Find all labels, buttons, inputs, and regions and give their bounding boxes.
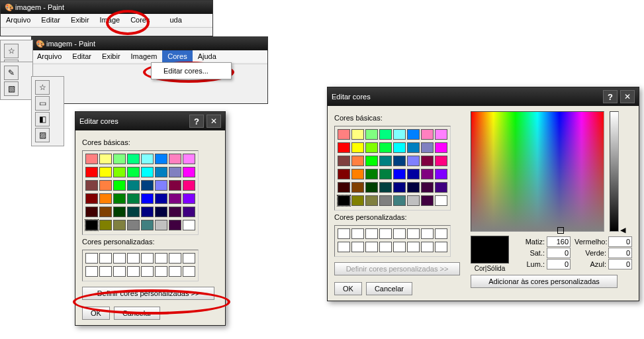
color-swatch[interactable] xyxy=(379,156,392,166)
custom-color-swatch[interactable] xyxy=(169,266,181,277)
color-swatch[interactable] xyxy=(85,193,98,204)
color-swatch[interactable] xyxy=(435,169,447,179)
custom-color-swatch[interactable] xyxy=(393,228,406,239)
color-swatch[interactable] xyxy=(127,167,140,177)
color-swatch[interactable] xyxy=(379,142,392,153)
custom-color-swatch[interactable] xyxy=(155,253,167,264)
color-swatch[interactable] xyxy=(435,195,447,206)
menu-ajuda[interactable]: Ajuda xyxy=(193,50,222,62)
menu-imagem-trunc[interactable]: Image xyxy=(95,14,126,26)
tool-freeform-select[interactable]: ☆ xyxy=(35,80,50,95)
color-swatch[interactable] xyxy=(421,195,434,206)
color-swatch[interactable] xyxy=(407,182,420,193)
color-swatch[interactable] xyxy=(351,169,364,179)
color-swatch[interactable] xyxy=(365,169,378,179)
color-swatch[interactable] xyxy=(421,169,434,179)
custom-color-swatch[interactable] xyxy=(365,228,378,239)
color-swatch[interactable] xyxy=(393,142,406,153)
color-swatch[interactable] xyxy=(127,193,140,204)
color-swatch[interactable] xyxy=(99,220,112,230)
color-swatch[interactable] xyxy=(379,169,392,179)
color-swatch[interactable] xyxy=(169,180,181,191)
color-swatch[interactable] xyxy=(338,129,350,140)
color-swatch[interactable] xyxy=(365,182,378,193)
tool-select[interactable]: ▭ xyxy=(35,96,50,111)
color-swatch[interactable] xyxy=(407,129,420,140)
color-swatch[interactable] xyxy=(169,193,181,204)
color-swatch[interactable] xyxy=(183,154,195,164)
help-button[interactable]: ? xyxy=(603,90,618,103)
color-swatch[interactable] xyxy=(435,156,447,166)
custom-color-swatch[interactable] xyxy=(421,242,434,252)
menu-editar[interactable]: Editar xyxy=(36,14,66,26)
menu-cores[interactable]: Cores xyxy=(125,14,155,26)
input-sat[interactable] xyxy=(547,248,571,258)
color-swatch[interactable] xyxy=(338,182,350,193)
color-swatch[interactable] xyxy=(421,182,434,193)
ok-button[interactable]: OK xyxy=(82,307,110,320)
color-swatch[interactable] xyxy=(141,207,154,217)
custom-color-swatch[interactable] xyxy=(141,253,154,264)
color-swatch[interactable] xyxy=(365,195,378,206)
color-swatch[interactable] xyxy=(379,182,392,193)
custom-color-swatch[interactable] xyxy=(379,242,392,252)
custom-color-swatch[interactable] xyxy=(365,242,378,252)
color-swatch[interactable] xyxy=(393,156,406,166)
color-swatch[interactable] xyxy=(155,220,167,230)
color-swatch[interactable] xyxy=(113,167,126,177)
color-swatch[interactable] xyxy=(183,207,195,217)
cancel-button[interactable]: Cancelar xyxy=(114,307,160,320)
color-swatch[interactable] xyxy=(99,207,112,217)
add-to-custom-button[interactable]: Adicionar às cores personalizadas xyxy=(471,275,618,288)
color-swatch[interactable] xyxy=(407,156,420,166)
color-swatch[interactable] xyxy=(127,220,140,230)
color-swatch[interactable] xyxy=(338,195,350,206)
tool-brush[interactable]: ▧ xyxy=(4,81,19,96)
input-azul[interactable] xyxy=(608,259,632,269)
color-swatch[interactable] xyxy=(155,207,167,217)
input-lum[interactable] xyxy=(547,259,571,269)
custom-color-swatch[interactable] xyxy=(393,242,406,252)
custom-color-swatch[interactable] xyxy=(99,253,112,264)
color-swatch[interactable] xyxy=(183,220,195,230)
color-swatch[interactable] xyxy=(127,207,140,217)
custom-color-swatch[interactable] xyxy=(338,228,350,239)
menu-exibir[interactable]: Exibir xyxy=(97,50,126,62)
custom-color-swatch[interactable] xyxy=(113,253,126,264)
custom-color-swatch[interactable] xyxy=(85,266,98,277)
color-swatch[interactable] xyxy=(85,220,98,230)
color-swatch[interactable] xyxy=(421,129,434,140)
menu-editar[interactable]: Editar xyxy=(67,50,97,62)
color-swatch[interactable] xyxy=(407,142,420,153)
color-swatch[interactable] xyxy=(338,156,350,166)
color-swatch[interactable] xyxy=(155,180,167,191)
custom-color-swatch[interactable] xyxy=(85,253,98,264)
color-swatch[interactable] xyxy=(141,167,154,177)
color-swatch[interactable] xyxy=(435,182,447,193)
help-button[interactable]: ? xyxy=(189,115,204,128)
color-swatch[interactable] xyxy=(99,167,112,177)
color-swatch[interactable] xyxy=(435,142,447,153)
custom-color-swatch[interactable] xyxy=(155,266,167,277)
color-swatch[interactable] xyxy=(99,154,112,164)
menu-exibir[interactable]: Exibir xyxy=(66,14,95,26)
custom-color-swatch[interactable] xyxy=(169,253,181,264)
color-swatch[interactable] xyxy=(338,169,350,179)
color-swatch[interactable] xyxy=(141,154,154,164)
menu-item-editar-cores[interactable]: Editar cores... xyxy=(152,65,231,77)
color-swatch[interactable] xyxy=(183,193,195,204)
color-swatch[interactable] xyxy=(379,129,392,140)
color-swatch[interactable] xyxy=(127,180,140,191)
color-swatch[interactable] xyxy=(351,129,364,140)
color-swatch[interactable] xyxy=(393,129,406,140)
custom-color-swatch[interactable] xyxy=(127,253,140,264)
color-swatch[interactable] xyxy=(155,154,167,164)
color-swatch[interactable] xyxy=(365,156,378,166)
color-swatch[interactable] xyxy=(113,180,126,191)
color-swatch[interactable] xyxy=(169,220,181,230)
close-button[interactable]: ✕ xyxy=(620,90,635,103)
color-swatch[interactable] xyxy=(351,182,364,193)
color-swatch[interactable] xyxy=(85,207,98,217)
color-swatch[interactable] xyxy=(141,193,154,204)
color-swatch[interactable] xyxy=(99,193,112,204)
